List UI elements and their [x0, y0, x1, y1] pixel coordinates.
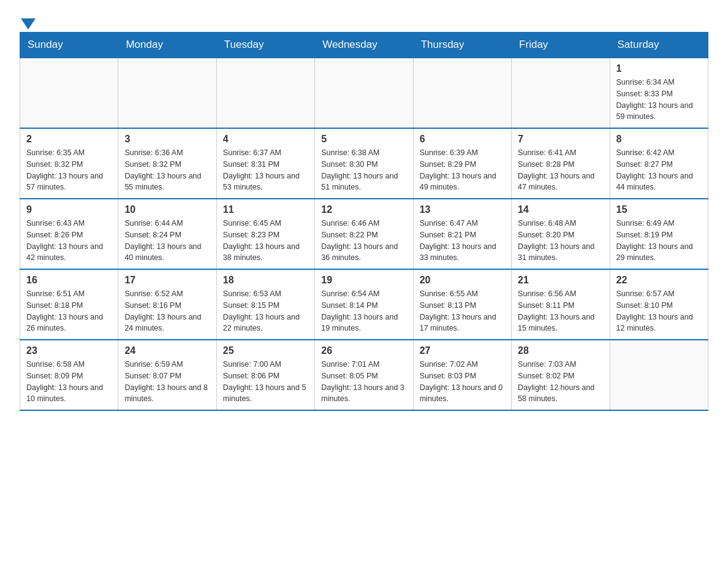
calendar-day-cell: 22Sunrise: 6:57 AM Sunset: 8:10 PM Dayli…: [610, 269, 708, 340]
calendar-day-cell: 23Sunrise: 6:58 AM Sunset: 8:09 PM Dayli…: [20, 340, 118, 410]
calendar-day-cell: 15Sunrise: 6:49 AM Sunset: 8:19 PM Dayli…: [610, 199, 708, 269]
day-number: 9: [26, 204, 112, 215]
calendar-day-cell: [610, 340, 708, 410]
day-info: Sunrise: 6:46 AM Sunset: 8:22 PM Dayligh…: [321, 218, 406, 264]
calendar-day-cell: 14Sunrise: 6:48 AM Sunset: 8:20 PM Dayli…: [512, 199, 610, 269]
day-info: Sunrise: 6:39 AM Sunset: 8:29 PM Dayligh…: [420, 147, 505, 193]
day-number: 25: [223, 345, 308, 356]
day-info: Sunrise: 6:44 AM Sunset: 8:24 PM Dayligh…: [124, 218, 210, 264]
day-info: Sunrise: 7:01 AM Sunset: 8:05 PM Dayligh…: [321, 359, 406, 405]
day-number: 16: [26, 275, 112, 286]
calendar-day-header: Sunday: [20, 33, 118, 58]
calendar-day-cell: [512, 58, 610, 128]
day-info: Sunrise: 6:35 AM Sunset: 8:32 PM Dayligh…: [26, 147, 112, 193]
calendar-day-cell: 13Sunrise: 6:47 AM Sunset: 8:21 PM Dayli…: [413, 199, 511, 269]
calendar-day-cell: 2Sunrise: 6:35 AM Sunset: 8:32 PM Daylig…: [20, 128, 118, 199]
day-info: Sunrise: 6:36 AM Sunset: 8:32 PM Dayligh…: [124, 147, 210, 193]
logo: [20, 15, 37, 22]
day-number: 3: [124, 134, 210, 145]
calendar-day-header: Thursday: [413, 33, 511, 58]
calendar-day-cell: 28Sunrise: 7:03 AM Sunset: 8:02 PM Dayli…: [512, 340, 610, 410]
calendar-week-row: 9Sunrise: 6:43 AM Sunset: 8:26 PM Daylig…: [20, 199, 708, 269]
day-info: Sunrise: 6:34 AM Sunset: 8:33 PM Dayligh…: [616, 77, 702, 123]
day-number: 19: [321, 275, 406, 286]
day-info: Sunrise: 6:38 AM Sunset: 8:30 PM Dayligh…: [321, 147, 406, 193]
page-header: [20, 15, 708, 22]
day-number: 13: [420, 204, 505, 215]
day-info: Sunrise: 7:00 AM Sunset: 8:06 PM Dayligh…: [223, 359, 308, 405]
calendar-day-cell: 17Sunrise: 6:52 AM Sunset: 8:16 PM Dayli…: [118, 269, 216, 340]
day-number: 12: [321, 204, 406, 215]
calendar-day-cell: 8Sunrise: 6:42 AM Sunset: 8:27 PM Daylig…: [610, 128, 708, 199]
calendar-day-cell: 20Sunrise: 6:55 AM Sunset: 8:13 PM Dayli…: [413, 269, 511, 340]
calendar-day-header: Monday: [118, 33, 216, 58]
day-number: 22: [616, 275, 702, 286]
day-info: Sunrise: 6:58 AM Sunset: 8:09 PM Dayligh…: [26, 359, 112, 405]
day-number: 6: [420, 134, 505, 145]
calendar-day-cell: 19Sunrise: 6:54 AM Sunset: 8:14 PM Dayli…: [315, 269, 413, 340]
day-number: 24: [124, 345, 210, 356]
day-number: 23: [26, 345, 112, 356]
day-number: 5: [321, 134, 406, 145]
calendar-day-cell: 27Sunrise: 7:02 AM Sunset: 8:03 PM Dayli…: [413, 340, 511, 410]
day-info: Sunrise: 6:55 AM Sunset: 8:13 PM Dayligh…: [420, 288, 505, 334]
calendar-day-header: Wednesday: [315, 33, 413, 58]
day-number: 2: [26, 134, 112, 145]
calendar-day-cell: 18Sunrise: 6:53 AM Sunset: 8:15 PM Dayli…: [216, 269, 314, 340]
day-info: Sunrise: 6:47 AM Sunset: 8:21 PM Dayligh…: [420, 218, 505, 264]
day-number: 18: [223, 275, 308, 286]
day-number: 1: [616, 63, 702, 74]
calendar-day-cell: 4Sunrise: 6:37 AM Sunset: 8:31 PM Daylig…: [216, 128, 314, 199]
day-info: Sunrise: 6:54 AM Sunset: 8:14 PM Dayligh…: [321, 288, 406, 334]
day-info: Sunrise: 7:03 AM Sunset: 8:02 PM Dayligh…: [518, 359, 603, 405]
calendar-day-cell: 9Sunrise: 6:43 AM Sunset: 8:26 PM Daylig…: [20, 199, 118, 269]
day-info: Sunrise: 6:56 AM Sunset: 8:11 PM Dayligh…: [518, 288, 603, 334]
day-number: 8: [616, 134, 702, 145]
day-number: 21: [518, 275, 603, 286]
calendar-day-cell: 21Sunrise: 6:56 AM Sunset: 8:11 PM Dayli…: [512, 269, 610, 340]
day-number: 14: [518, 204, 603, 215]
calendar-week-row: 23Sunrise: 6:58 AM Sunset: 8:09 PM Dayli…: [20, 340, 708, 410]
day-info: Sunrise: 6:52 AM Sunset: 8:16 PM Dayligh…: [124, 288, 210, 334]
calendar-day-cell: 10Sunrise: 6:44 AM Sunset: 8:24 PM Dayli…: [118, 199, 216, 269]
day-number: 27: [420, 345, 505, 356]
calendar-day-cell: 16Sunrise: 6:51 AM Sunset: 8:18 PM Dayli…: [20, 269, 118, 340]
day-info: Sunrise: 6:51 AM Sunset: 8:18 PM Dayligh…: [26, 288, 112, 334]
day-info: Sunrise: 6:45 AM Sunset: 8:23 PM Dayligh…: [223, 218, 308, 264]
day-number: 17: [124, 275, 210, 286]
calendar-day-cell: 26Sunrise: 7:01 AM Sunset: 8:05 PM Dayli…: [315, 340, 413, 410]
calendar-day-cell: 25Sunrise: 7:00 AM Sunset: 8:06 PM Dayli…: [216, 340, 314, 410]
day-info: Sunrise: 7:02 AM Sunset: 8:03 PM Dayligh…: [420, 359, 505, 405]
calendar-week-row: 1Sunrise: 6:34 AM Sunset: 8:33 PM Daylig…: [20, 58, 708, 128]
day-info: Sunrise: 6:41 AM Sunset: 8:28 PM Dayligh…: [518, 147, 603, 193]
calendar-day-cell: 1Sunrise: 6:34 AM Sunset: 8:33 PM Daylig…: [610, 58, 708, 128]
calendar-day-cell: 11Sunrise: 6:45 AM Sunset: 8:23 PM Dayli…: [216, 199, 314, 269]
calendar-day-cell: 5Sunrise: 6:38 AM Sunset: 8:30 PM Daylig…: [315, 128, 413, 199]
logo-arrow-icon: [21, 18, 36, 29]
calendar-week-row: 2Sunrise: 6:35 AM Sunset: 8:32 PM Daylig…: [20, 128, 708, 199]
calendar-day-cell: [118, 58, 216, 128]
calendar-week-row: 16Sunrise: 6:51 AM Sunset: 8:18 PM Dayli…: [20, 269, 708, 340]
day-number: 20: [420, 275, 505, 286]
day-number: 10: [124, 204, 210, 215]
calendar-day-cell: [20, 58, 118, 128]
day-info: Sunrise: 6:59 AM Sunset: 8:07 PM Dayligh…: [124, 359, 210, 405]
day-number: 4: [223, 134, 308, 145]
day-number: 26: [321, 345, 406, 356]
calendar-day-header: Saturday: [610, 33, 708, 58]
day-number: 15: [616, 204, 702, 215]
calendar-day-cell: [216, 58, 314, 128]
calendar-day-cell: 6Sunrise: 6:39 AM Sunset: 8:29 PM Daylig…: [413, 128, 511, 199]
day-number: 11: [223, 204, 308, 215]
calendar-table: SundayMondayTuesdayWednesdayThursdayFrid…: [20, 32, 708, 411]
calendar-day-header: Friday: [512, 33, 610, 58]
day-info: Sunrise: 6:43 AM Sunset: 8:26 PM Dayligh…: [26, 218, 112, 264]
calendar-day-cell: 7Sunrise: 6:41 AM Sunset: 8:28 PM Daylig…: [512, 128, 610, 199]
day-info: Sunrise: 6:48 AM Sunset: 8:20 PM Dayligh…: [518, 218, 603, 264]
calendar-day-cell: 3Sunrise: 6:36 AM Sunset: 8:32 PM Daylig…: [118, 128, 216, 199]
day-number: 7: [518, 134, 603, 145]
calendar-day-header: Tuesday: [216, 33, 314, 58]
day-info: Sunrise: 6:53 AM Sunset: 8:15 PM Dayligh…: [223, 288, 308, 334]
day-info: Sunrise: 6:42 AM Sunset: 8:27 PM Dayligh…: [616, 147, 702, 193]
calendar-day-cell: [413, 58, 511, 128]
